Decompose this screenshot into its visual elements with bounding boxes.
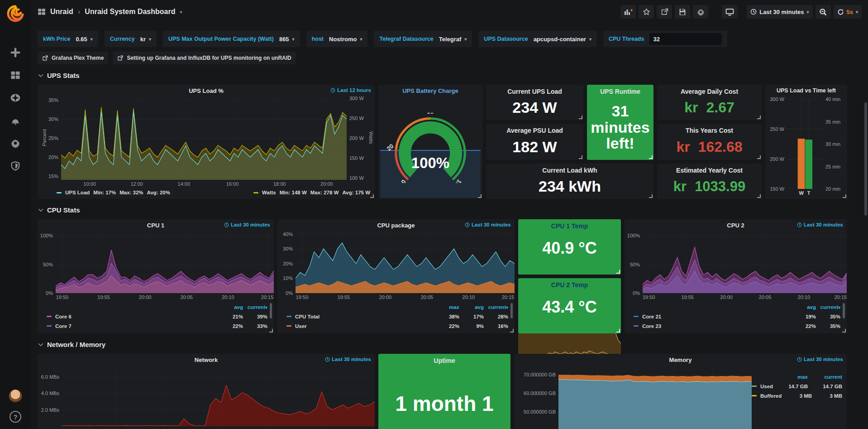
- svg-text:50: 50: [427, 113, 434, 115]
- axis-tick: 20:10: [463, 294, 475, 300]
- axis-tick: 19:50: [56, 294, 69, 300]
- clock-icon: [797, 222, 802, 227]
- axis-tick: 0%: [286, 290, 293, 296]
- section-ups-stats[interactable]: UPS Stats: [31, 64, 868, 83]
- variable-host: host Nostromo: [306, 31, 368, 47]
- panel-time-label[interactable]: Last 30 minutes: [325, 357, 371, 362]
- panel-title[interactable]: UPS Load %: [189, 87, 224, 94]
- panel-title[interactable]: UPS Battery Charge: [402, 87, 458, 94]
- clock-icon: [797, 357, 802, 362]
- panel-network: Network Last 30 minutes 6.0 MBs4.0 MBs2.…: [38, 354, 375, 429]
- dashboard-settings-button[interactable]: [693, 5, 708, 19]
- section-cpu-stats[interactable]: CPU Stats: [31, 199, 868, 217]
- link-grafana-plex-theme[interactable]: Grafana Plex Theme: [38, 52, 108, 64]
- axis-tick: 18:00: [273, 181, 286, 187]
- stat-value: 182 W: [512, 134, 557, 160]
- variable-cpu-threads: CPU Threads 32: [603, 31, 728, 47]
- axis-tick: 0%: [46, 290, 53, 296]
- panel-title[interactable]: CPU 1: [147, 222, 164, 229]
- legend-scrollbar[interactable]: [510, 303, 513, 318]
- share-button[interactable]: [657, 5, 672, 19]
- legend-scrollbar[interactable]: [270, 303, 272, 318]
- panel-title[interactable]: CPU package: [377, 222, 415, 229]
- variable-ups-datasource-value[interactable]: apcupsd-container: [534, 36, 591, 43]
- svg-text:20: 20: [385, 142, 395, 152]
- server-admin-shield-icon[interactable]: [10, 160, 21, 171]
- cpu-threads-input[interactable]: 32: [649, 33, 722, 45]
- page-scrollbar[interactable]: [864, 102, 867, 216]
- axis-tick: 70.000000 GB: [524, 372, 556, 377]
- variable-kwh-price-value[interactable]: 0.65: [76, 36, 92, 43]
- refresh-interval-label: 5s: [847, 9, 853, 15]
- panel-title[interactable]: Network: [195, 357, 218, 363]
- chevron-down-icon: [38, 342, 44, 348]
- panel-time-label[interactable]: Last 30 minutes: [797, 357, 843, 362]
- panel-title[interactable]: UPS Load vs Time left: [777, 87, 836, 94]
- axis-tick: 200 W: [349, 135, 364, 141]
- axis-tick: 35 min: [825, 119, 840, 125]
- chart-area: 35%30%25%20%15%300 W250 W200 W150 W100 W: [43, 96, 368, 180]
- cycle-view-tv-button[interactable]: [722, 5, 738, 19]
- cpu2-chart: 100%50%0%19:5019:5520:0020:0520:1020:15: [625, 231, 847, 301]
- variable-telegraf-datasource: Telegraf Datasource Telegraf: [374, 31, 472, 47]
- user-avatar[interactable]: [9, 389, 22, 403]
- ups-load-legend: UPS Load Min: 17% Max: 32% Avg: 20% Watt…: [38, 188, 375, 199]
- panel-time-label[interactable]: Last 30 minutes: [465, 222, 511, 227]
- grafana-logo-icon[interactable]: [5, 4, 25, 24]
- time-range-picker[interactable]: Last 30 minutes: [747, 5, 812, 19]
- link-ups-monitoring-guide[interactable]: Setting up Grafana and InfluxDB for UPS …: [113, 52, 296, 64]
- legend-swatch: [57, 192, 62, 193]
- variable-ups-max-output-value[interactable]: 865: [279, 36, 295, 43]
- zoom-out-button[interactable]: [816, 5, 831, 19]
- sidebar: ?: [0, 0, 31, 429]
- axis-tick: 6.0 MBs: [41, 374, 59, 380]
- panel-time-label[interactable]: Last 30 minutes: [797, 222, 843, 227]
- axis-tick: [787, 99, 823, 189]
- axis-tick: 40 min35 min30 min25 min20 min: [823, 99, 846, 189]
- axis-tick: 100 W: [349, 175, 364, 181]
- legend-row-cpu-total: CPU Total 38%17%28%: [286, 312, 508, 321]
- variable-host-value[interactable]: Nostromo: [329, 36, 362, 43]
- dashboard-title[interactable]: Unraid System Dashboard: [85, 8, 175, 16]
- legend-row-buffered: Buffered 3 MB3 MB: [752, 391, 842, 400]
- axis-tick: 25 min: [825, 164, 840, 169]
- axis-tick: 300 W250 W200 W150 W40 min35 min30 min25…: [766, 99, 846, 189]
- legend-watts[interactable]: Watts Min: 148 W Max: 278 W Avg: 175 W: [253, 190, 370, 195]
- alerting-bell-icon[interactable]: [10, 115, 21, 126]
- axis-tick: 20:00: [379, 294, 392, 300]
- help-icon[interactable]: ?: [10, 411, 21, 423]
- axis-tick: 19:50: [643, 294, 655, 300]
- cpu-package-chart: 40%30%20%10%0%19:5019:5520:0020:0520:102…: [277, 231, 515, 301]
- stat-value: 234 kWh: [539, 174, 601, 199]
- axis-tick: 20:05: [180, 294, 193, 300]
- breadcrumb-app[interactable]: Unraid: [50, 8, 73, 16]
- panel-title[interactable]: CPU 2: [727, 222, 744, 229]
- dashboard-grid-icon[interactable]: [38, 8, 46, 16]
- variable-telegraf-datasource-value[interactable]: Telegraf: [439, 36, 467, 43]
- add-panel-button[interactable]: [620, 5, 636, 19]
- dashboards-icon[interactable]: [10, 70, 21, 81]
- star-button[interactable]: [639, 5, 654, 19]
- legend-scrollbar[interactable]: [843, 303, 845, 318]
- save-button[interactable]: [675, 5, 690, 19]
- configuration-gear-icon[interactable]: [10, 138, 21, 149]
- legend-ups-load[interactable]: UPS Load Min: 17% Max: 32% Avg: 20%: [57, 190, 170, 195]
- explore-compass-icon[interactable]: [10, 92, 21, 103]
- axis-tick: 19:50: [296, 294, 309, 300]
- create-plus-icon[interactable]: [10, 47, 21, 58]
- refresh-picker[interactable]: 5s: [834, 5, 862, 19]
- variable-ups-datasource: UPS Datasource apcupsd-container: [478, 31, 597, 47]
- section-network-memory[interactable]: Network / Memory: [31, 333, 868, 352]
- clock-icon: [325, 357, 330, 362]
- axis-tick: 12:00: [130, 181, 143, 187]
- axis-tick: 40 min: [825, 96, 840, 102]
- panel-title[interactable]: Memory: [669, 357, 692, 363]
- panel-time-label[interactable]: Last 12 hours: [330, 87, 371, 93]
- variable-currency-value[interactable]: kr: [140, 36, 151, 43]
- title-caret-icon[interactable]: [180, 10, 182, 14]
- stat-value: 31 minutes left!: [589, 95, 652, 160]
- panel-ups-load: UPS Load % Last 12 hours Percent Watts 3…: [38, 85, 375, 199]
- axis-tick: 40%: [283, 231, 293, 237]
- panel-time-label[interactable]: Last 30 minutes: [224, 222, 270, 227]
- link-label: Setting up Grafana and InfluxDB for UPS …: [127, 55, 291, 61]
